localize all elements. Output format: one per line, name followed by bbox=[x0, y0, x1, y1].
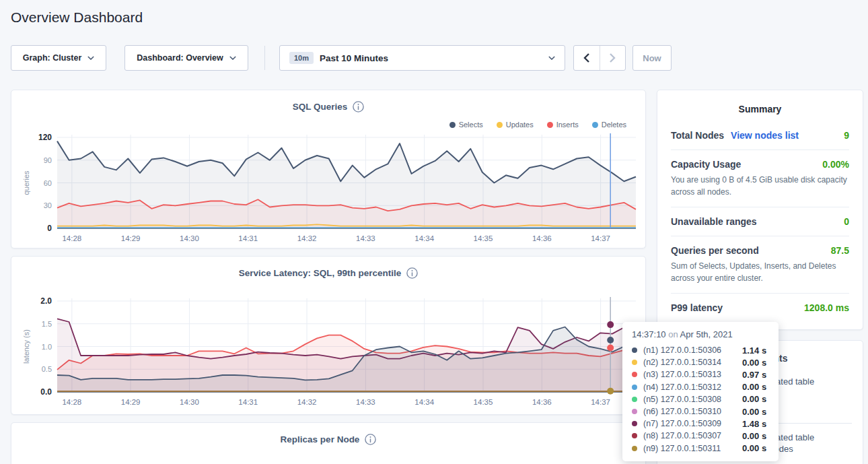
tooltip-node-address: (n9) 127.0.0.1:50311 bbox=[643, 444, 742, 453]
tooltip-timestamp: 14:37:10 on Apr 5th, 2021 bbox=[632, 329, 769, 339]
p99-latency-value: 1208.0 ms bbox=[804, 302, 849, 313]
svg-text:1.5: 1.5 bbox=[42, 320, 52, 328]
node-color-dot-icon bbox=[632, 433, 637, 438]
chevron-down-icon bbox=[548, 56, 555, 60]
legend-label: Updates bbox=[506, 121, 534, 129]
tooltip-node-address: (n3) 127.0.0.1:50313 bbox=[643, 370, 742, 379]
svg-text:14:37: 14:37 bbox=[591, 398, 610, 406]
summary-panel: Summary Total Nodes View nodes list 9 Ca… bbox=[657, 90, 863, 330]
sql-queries-legend: SelectsUpdatesInsertsDeletes bbox=[449, 121, 626, 129]
total-nodes-label: Total Nodes bbox=[671, 130, 724, 141]
queries-per-second-description: Sum of Selects, Updates, Inserts, and De… bbox=[671, 260, 849, 284]
svg-text:14:32: 14:32 bbox=[297, 234, 317, 242]
svg-text:14:36: 14:36 bbox=[532, 234, 552, 242]
tooltip-node-row: (n8) 127.0.0.1:503070.00 s bbox=[632, 430, 769, 442]
tooltip-node-row: (n9) 127.0.0.1:503110.00 s bbox=[632, 442, 769, 455]
tooltip-node-address: (n8) 127.0.0.1:50307 bbox=[643, 431, 742, 440]
svg-text:0.5: 0.5 bbox=[42, 365, 52, 373]
svg-text:14:32: 14:32 bbox=[297, 398, 317, 406]
tooltip-node-row: (n5) 127.0.0.1:503080.00 s bbox=[632, 393, 769, 405]
unavailable-ranges-value: 0 bbox=[844, 216, 849, 227]
legend-dot-icon bbox=[449, 122, 456, 128]
tooltip-node-address: (n4) 127.0.0.1:50312 bbox=[643, 383, 742, 392]
svg-text:14:33: 14:33 bbox=[356, 398, 375, 406]
p99-latency-label: P99 latency bbox=[671, 302, 723, 313]
time-range-dropdown[interactable]: 10m Past 10 Minutes bbox=[279, 45, 565, 71]
chevron-down-icon bbox=[87, 56, 94, 60]
tooltip-node-value: 0.97 s bbox=[742, 370, 766, 380]
chart-hover-tooltip: 14:37:10 on Apr 5th, 2021 (n1) 127.0.0.1… bbox=[622, 322, 779, 461]
now-button[interactable]: Now bbox=[632, 45, 672, 71]
chevron-left-icon bbox=[583, 53, 589, 63]
svg-text:queries: queries bbox=[22, 170, 30, 195]
svg-text:latency (s): latency (s) bbox=[22, 329, 30, 364]
tooltip-node-value: 1.14 s bbox=[742, 345, 766, 356]
tooltip-node-row: (n4) 127.0.0.1:503120.00 s bbox=[632, 381, 769, 393]
tooltip-node-value: 0.00 s bbox=[742, 431, 766, 441]
legend-item[interactable]: Updates bbox=[497, 121, 534, 129]
node-color-dot-icon bbox=[632, 360, 637, 365]
node-color-dot-icon bbox=[632, 397, 637, 402]
svg-text:14:29: 14:29 bbox=[121, 398, 141, 406]
replicas-per-node-chart-card: Replicas per Node bbox=[11, 422, 646, 464]
svg-text:14:31: 14:31 bbox=[238, 234, 258, 242]
svg-text:0.0: 0.0 bbox=[40, 387, 52, 397]
tooltip-node-address: (n1) 127.0.0.1:50306 bbox=[643, 345, 742, 355]
tooltip-node-row: (n7) 127.0.0.1:503091.48 s bbox=[632, 418, 769, 430]
sql-queries-chart-card: SQL Queries SelectsUpdatesInsertsDeletes… bbox=[11, 90, 646, 248]
chevron-right-icon bbox=[610, 53, 616, 63]
legend-item[interactable]: Deletes bbox=[592, 121, 626, 129]
svg-text:14:34: 14:34 bbox=[414, 234, 434, 242]
node-color-dot-icon bbox=[632, 385, 637, 390]
svg-text:14:30: 14:30 bbox=[180, 234, 199, 242]
chevron-down-icon bbox=[229, 56, 236, 60]
tooltip-node-value: 0.00 s bbox=[742, 382, 766, 392]
legend-item[interactable]: Inserts bbox=[547, 121, 579, 129]
service-latency-plot[interactable]: 0.00.51.01.52.014:2814:2914:3014:3114:32… bbox=[17, 294, 641, 409]
node-color-dot-icon bbox=[632, 372, 637, 377]
svg-text:14:37: 14:37 bbox=[591, 234, 610, 242]
svg-text:14:34: 14:34 bbox=[414, 398, 434, 406]
legend-item[interactable]: Selects bbox=[449, 121, 483, 129]
info-icon[interactable] bbox=[365, 434, 376, 445]
legend-label: Inserts bbox=[556, 121, 579, 129]
svg-text:14:31: 14:31 bbox=[238, 398, 258, 406]
tooltip-node-address: (n2) 127.0.0.1:50314 bbox=[643, 358, 742, 367]
view-nodes-list-link[interactable]: View nodes list bbox=[731, 130, 799, 141]
tooltip-node-value: 0.00 s bbox=[742, 443, 766, 453]
capacity-usage-description: You are using 0 B of 4.5 GiB usable disk… bbox=[671, 174, 849, 198]
info-icon[interactable] bbox=[353, 101, 364, 112]
replicas-per-node-chart-title: Replicas per Node bbox=[281, 434, 360, 444]
capacity-usage-label: Capacity Usage bbox=[671, 159, 741, 170]
time-prev-button[interactable] bbox=[574, 46, 600, 70]
svg-text:14:33: 14:33 bbox=[356, 234, 375, 242]
graph-dropdown[interactable]: Graph: Cluster bbox=[11, 45, 106, 71]
svg-text:0: 0 bbox=[47, 224, 52, 233]
service-latency-chart-title: Service Latency: SQL, 99th percentile bbox=[239, 268, 402, 278]
svg-text:14:28: 14:28 bbox=[62, 398, 81, 406]
summary-heading: Summary bbox=[657, 90, 863, 114]
legend-label: Deletes bbox=[602, 121, 626, 129]
sql-queries-plot[interactable]: 030609012014:2814:2914:3014:3114:3214:33… bbox=[17, 131, 641, 246]
tooltip-node-value: 0.00 s bbox=[742, 358, 766, 368]
dashboard-dropdown-label: Dashboard: Overview bbox=[137, 53, 223, 63]
legend-dot-icon bbox=[592, 122, 598, 128]
node-color-dot-icon bbox=[632, 409, 637, 414]
svg-text:30: 30 bbox=[44, 201, 52, 209]
info-icon[interactable] bbox=[406, 267, 418, 279]
graph-dropdown-label: Graph: Cluster bbox=[23, 53, 82, 63]
tooltip-node-row: (n1) 127.0.0.1:503061.14 s bbox=[632, 344, 769, 356]
svg-text:14:30: 14:30 bbox=[180, 398, 199, 406]
time-next-button[interactable] bbox=[600, 46, 626, 70]
dashboard-dropdown[interactable]: Dashboard: Overview bbox=[124, 45, 248, 71]
svg-text:120: 120 bbox=[38, 133, 52, 142]
tooltip-node-row: (n6) 127.0.0.1:503100.00 s bbox=[632, 405, 769, 418]
svg-text:14:28: 14:28 bbox=[62, 234, 81, 242]
svg-text:14:36: 14:36 bbox=[532, 398, 552, 406]
service-latency-chart-card: Service Latency: SQL, 99th percentile 0.… bbox=[11, 256, 646, 415]
svg-text:60: 60 bbox=[44, 179, 52, 187]
time-range-label: Past 10 Minutes bbox=[320, 53, 388, 63]
svg-text:2.0: 2.0 bbox=[40, 296, 52, 306]
toolbar-divider bbox=[264, 46, 265, 70]
svg-text:14:35: 14:35 bbox=[474, 398, 493, 406]
